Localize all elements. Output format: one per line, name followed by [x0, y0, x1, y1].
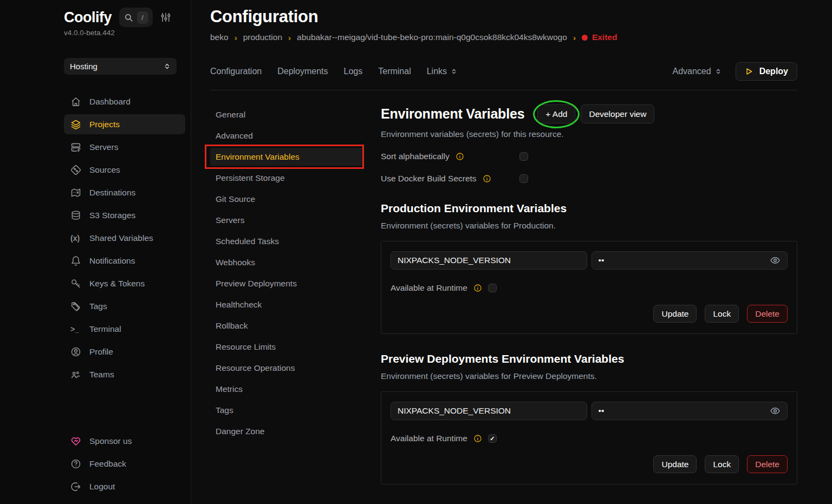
subnav-persistent-storage[interactable]: Persistent Storage [210, 169, 364, 187]
database-icon [70, 210, 81, 221]
user-circle-icon [70, 346, 81, 357]
add-env-variable-button[interactable]: + Add [537, 104, 575, 123]
info-icon[interactable] [456, 152, 464, 161]
chevron-right-icon: › [235, 33, 237, 42]
subnav-servers[interactable]: Servers [210, 211, 364, 229]
key-icon [70, 278, 81, 289]
subnav-danger-zone[interactable]: Danger Zone [210, 422, 364, 440]
map-icon [70, 187, 81, 198]
advanced-dropdown[interactable]: Advanced [672, 67, 721, 76]
tab-terminal[interactable]: Terminal [378, 67, 411, 76]
tabs-row: Configuration Deployments Logs Terminal … [210, 62, 797, 90]
breadcrumb-team[interactable]: beko [210, 32, 229, 42]
env-key-input[interactable] [391, 402, 587, 420]
tag-icon [70, 301, 81, 312]
sidebar-item-terminal[interactable]: >_ Terminal [64, 319, 185, 339]
available-at-runtime-label: Available at Runtime [391, 434, 467, 443]
breadcrumb-environment[interactable]: production [243, 32, 282, 42]
subnav-resource-limits[interactable]: Resource Limits [210, 338, 364, 356]
tab-deployments[interactable]: Deployments [277, 67, 328, 76]
docker-build-secrets-checkbox[interactable] [519, 174, 528, 183]
available-at-runtime-checkbox[interactable] [488, 284, 497, 292]
status-text: Exited [592, 32, 618, 42]
sidebar-item-sources[interactable]: Sources [64, 160, 185, 180]
sidebar-item-logout[interactable]: Logout [64, 476, 185, 496]
settings-sliders-icon[interactable] [160, 12, 171, 23]
server-icon [70, 142, 81, 153]
docker-build-secrets-label: Use Docker Build Secrets [381, 174, 477, 184]
lock-button[interactable]: Lock [705, 455, 739, 473]
team-select[interactable]: Hosting [64, 58, 177, 75]
deploy-button[interactable]: Deploy [736, 62, 797, 81]
app-logo: Coolify [64, 9, 112, 26]
subnav-advanced[interactable]: Advanced [210, 127, 364, 145]
delete-button[interactable]: Delete [747, 455, 788, 473]
sidebar-item-s3-storages[interactable]: S3 Storages [64, 205, 185, 225]
subnav-scheduled-tasks[interactable]: Scheduled Tasks [210, 232, 364, 250]
sidebar-item-projects[interactable]: Projects [64, 114, 185, 134]
sidebar-item-profile[interactable]: Profile [64, 342, 185, 362]
sidebar-item-dashboard[interactable]: Dashboard [64, 91, 185, 112]
eye-icon[interactable] [770, 405, 781, 416]
sidebar-item-tags[interactable]: Tags [64, 296, 185, 316]
info-icon[interactable] [473, 434, 482, 443]
env-value-input[interactable] [592, 402, 788, 420]
sidebar-item-label: Teams [89, 370, 114, 379]
sidebar-item-teams[interactable]: Teams [64, 364, 185, 384]
sidebar-item-label: Keys & Tokens [89, 279, 145, 289]
status-dot-icon [582, 35, 588, 41]
developer-view-button[interactable]: Developer view [581, 104, 654, 123]
subnav-environment-variables[interactable]: Environment Variables [210, 148, 364, 166]
sidebar-item-shared-variables[interactable]: (x) Shared Variables [64, 228, 185, 248]
sidebar-item-label: Dashboard [89, 97, 131, 107]
subnav-git-source[interactable]: Git Source [210, 190, 364, 208]
subnav-preview-deployments[interactable]: Preview Deployments [210, 274, 364, 292]
sidebar-item-label: Terminal [89, 324, 121, 334]
subnav-healthcheck[interactable]: Healthcheck [210, 296, 364, 313]
app-window: Coolify / v4.0.0-beta.442 Hosting Dashbo… [0, 0, 832, 504]
sidebar-item-label: S3 Storages [89, 211, 135, 220]
tab-logs[interactable]: Logs [344, 67, 363, 76]
search-button[interactable]: / [119, 8, 153, 27]
subnav-rollback[interactable]: Rollback [210, 317, 364, 335]
available-at-runtime-checkbox-checked[interactable]: ✓ [488, 434, 497, 443]
preview-env-var-card: Available at Runtime ✓ Update Lock Delet… [381, 391, 797, 485]
info-icon[interactable] [483, 174, 491, 183]
subnav-tags[interactable]: Tags [210, 401, 364, 419]
tab-links-dropdown[interactable]: Links [427, 67, 457, 76]
sidebar-item-feedback[interactable]: Feedback [64, 454, 185, 474]
sidebar-item-destinations[interactable]: Destinations [64, 182, 185, 202]
sidebar-item-label: Destinations [89, 188, 135, 198]
sidebar-item-servers[interactable]: Servers [64, 137, 185, 157]
sidebar-item-notifications[interactable]: Notifications [64, 251, 185, 271]
env-value-input[interactable] [592, 251, 788, 270]
config-subnav: General Advanced Environment Variables P… [210, 104, 364, 504]
layers-icon [70, 119, 81, 130]
breadcrumb-resource[interactable]: abubakar--meigag/vid-tube-beko-pro:main-… [297, 32, 567, 42]
eye-icon[interactable] [770, 255, 781, 266]
subnav-general[interactable]: General [210, 106, 364, 123]
update-button[interactable]: Update [653, 305, 697, 323]
sidebar-item-sponsor-us[interactable]: Sponsor us [64, 431, 185, 451]
sidebar-item-label: Profile [89, 347, 113, 357]
page-title: Configuration [210, 7, 797, 27]
sort-alphabetically-checkbox[interactable] [519, 152, 528, 161]
subnav-resource-operations[interactable]: Resource Operations [210, 359, 364, 377]
env-key-field-wrap [391, 402, 587, 420]
subnav-webhooks[interactable]: Webhooks [210, 253, 364, 271]
delete-button[interactable]: Delete [747, 305, 788, 323]
production-section-title: Production Environment Variables [381, 202, 797, 215]
subnav-metrics[interactable]: Metrics [210, 380, 364, 398]
terminal-icon: >_ [70, 325, 81, 333]
sidebar: Coolify / v4.0.0-beta.442 Hosting Dashbo… [0, 0, 191, 504]
env-key-input[interactable] [391, 251, 587, 270]
sidebar-item-keys-tokens[interactable]: Keys & Tokens [64, 273, 185, 293]
available-at-runtime-label: Available at Runtime [391, 283, 467, 293]
team-select-value: Hosting [70, 62, 98, 71]
section-subtitle: Environment variables (secrets) for this… [381, 129, 797, 139]
lock-button[interactable]: Lock [705, 305, 739, 323]
home-icon [70, 96, 81, 107]
update-button[interactable]: Update [653, 455, 697, 473]
info-icon[interactable] [473, 284, 482, 292]
tab-configuration[interactable]: Configuration [210, 67, 262, 76]
